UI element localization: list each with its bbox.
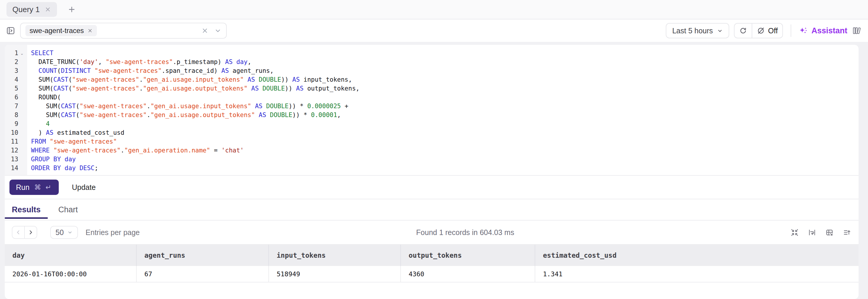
tab-query-1[interactable]: Query 1	[6, 2, 57, 17]
chevron-down-icon[interactable]	[214, 27, 221, 34]
code-text: COUNT(DISTINCT "swe-agent-traces".span_t…	[27, 66, 274, 75]
tab-label: Query 1	[12, 5, 40, 14]
table-cell: 2026-01-16T00:00:00	[5, 266, 137, 282]
table-arrow-icon	[826, 229, 833, 236]
code-text: GROUP BY day	[27, 155, 76, 164]
query-panel: 1⌄SELECT2 DATE_TRUNC('day', "swe-agent-t…	[5, 45, 859, 299]
line-number: 7	[5, 102, 27, 110]
column-header[interactable]: agent_runs	[137, 245, 269, 266]
code-line[interactable]: 1⌄SELECT	[5, 48, 859, 58]
code-line[interactable]: 7 SUM(CAST("swe-agent-traces"."gen_ai.us…	[5, 102, 859, 110]
entries-per-page-label: Entries per page	[86, 228, 140, 237]
code-text: ROUND(	[27, 93, 61, 102]
add-tab-button[interactable]	[68, 5, 76, 13]
source-chip[interactable]: swe-agent-traces	[25, 25, 97, 36]
tab-results[interactable]: Results	[5, 199, 48, 220]
line-number: 9	[5, 120, 27, 128]
result-tab-bar: Results Chart	[5, 199, 859, 220]
update-button[interactable]: Update	[72, 183, 96, 192]
line-number: 13	[5, 155, 27, 164]
code-text: ) AS estimated_cost_usd	[27, 128, 124, 137]
line-number: 1	[5, 48, 27, 58]
chevron-right-icon	[27, 229, 34, 236]
tab-chart-label: Chart	[58, 205, 78, 214]
code-line[interactable]: 4 SUM(CAST("swe-agent-traces"."gen_ai.us…	[5, 75, 859, 84]
library-books-icon	[852, 26, 861, 35]
table-row[interactable]: 2026-01-16T00:00:006751894943601.341	[5, 266, 859, 283]
refresh-icon	[739, 27, 747, 34]
code-line[interactable]: 11FROM "swe-agent-traces"	[5, 137, 859, 146]
line-number: 6	[5, 93, 27, 102]
source-select[interactable]: swe-agent-traces	[20, 23, 227, 39]
run-row: Run ⌘ ↵ Update	[5, 176, 859, 199]
refresh-button-group: Off	[734, 23, 783, 38]
table-body: 2026-01-16T00:00:006751894943601.341	[5, 266, 859, 283]
code-text: SUM(CAST("swe-agent-traces"."gen_ai.usag…	[27, 102, 348, 110]
code-text: SUM(CAST("swe-agent-traces"."gen_ai.usag…	[27, 75, 352, 84]
close-tab-icon[interactable]	[44, 6, 51, 13]
expand-table-button[interactable]	[826, 229, 833, 236]
code-line[interactable]: 2 DATE_TRUNC('day', "swe-agent-traces".p…	[5, 58, 859, 66]
clear-select-icon[interactable]	[202, 27, 209, 34]
code-line[interactable]: 8 SUM(CAST("swe-agent-traces"."gen_ai.us…	[5, 110, 859, 120]
assistant-button[interactable]: Assistant	[799, 26, 847, 35]
table-tools	[790, 229, 851, 236]
line-number: 10	[5, 128, 27, 137]
line-number: 4	[5, 75, 27, 84]
time-range-button[interactable]: Last 5 hours	[666, 23, 729, 38]
column-header[interactable]: estimated_cost_usd	[535, 245, 859, 266]
code-line[interactable]: 3 COUNT(DISTINCT "swe-agent-traces".span…	[5, 66, 859, 75]
code-text: SUM(CAST("swe-agent-traces"."gen_ai.usag…	[27, 110, 341, 120]
assistant-label: Assistant	[811, 26, 847, 35]
page-size-value: 50	[56, 228, 64, 237]
code-line[interactable]: 13GROUP BY day	[5, 155, 859, 164]
collapse-rows-button[interactable]	[790, 229, 799, 236]
run-shortcut: ⌘ ↵	[34, 184, 53, 191]
remove-source-icon[interactable]	[87, 28, 93, 33]
fold-chevron-icon[interactable]: ⌄	[20, 49, 24, 58]
code-line[interactable]: 6 ROUND(	[5, 93, 859, 102]
table-cell: 1.341	[535, 266, 859, 282]
source-chip-label: swe-agent-traces	[30, 27, 84, 35]
table-cell: 4360	[401, 266, 535, 282]
sparkles-icon	[799, 26, 808, 35]
plus-icon	[68, 5, 76, 13]
code-line[interactable]: 10 ) AS estimated_cost_usd	[5, 128, 859, 137]
auto-refresh-button[interactable]: Off	[752, 24, 783, 38]
line-number: 11	[5, 137, 27, 146]
table-cell: 67	[137, 266, 269, 282]
code-text: SUM(CAST("swe-agent-traces"."gen_ai.usag…	[27, 84, 360, 93]
column-header[interactable]: output_tokens	[401, 245, 535, 266]
run-button[interactable]: Run ⌘ ↵	[9, 179, 59, 195]
wrap-text-button[interactable]	[808, 229, 816, 236]
code-line[interactable]: 5 SUM(CAST("swe-agent-traces"."gen_ai.us…	[5, 84, 859, 93]
text-wrap-icon	[808, 229, 816, 236]
line-number: 14	[5, 164, 27, 172]
sql-editor[interactable]: 1⌄SELECT2 DATE_TRUNC('day', "swe-agent-t…	[5, 45, 859, 175]
code-text: 4	[27, 120, 50, 128]
prev-page-button[interactable]	[12, 227, 24, 238]
auto-refresh-label: Off	[768, 27, 778, 35]
chevron-down-icon	[67, 230, 73, 235]
line-number: 5	[5, 84, 27, 93]
code-line[interactable]: 14ORDER BY day DESC;	[5, 164, 859, 172]
code-line[interactable]: 12WHERE "swe-agent-traces"."gen_ai.opera…	[5, 146, 859, 155]
refresh-button[interactable]	[735, 24, 752, 38]
line-number: 3	[5, 66, 27, 75]
library-button[interactable]	[852, 26, 861, 35]
collapse-icon	[790, 229, 799, 236]
column-header[interactable]: day	[5, 245, 137, 266]
code-line[interactable]: 9 4	[5, 120, 859, 128]
tab-chart[interactable]: Chart	[51, 199, 85, 220]
toolbar: swe-agent-traces Last 5 hours	[0, 20, 868, 42]
next-page-button[interactable]	[25, 227, 37, 238]
column-header[interactable]: input_tokens	[269, 245, 401, 266]
page-size-select[interactable]: 50	[50, 226, 78, 239]
expand-panel-button[interactable]	[6, 26, 16, 35]
auto-refresh-off-icon	[757, 27, 765, 34]
code-text: ORDER BY day DESC;	[27, 164, 98, 172]
toolbar-divider	[790, 25, 791, 37]
sort-button[interactable]	[843, 229, 851, 236]
code-text: WHERE "swe-agent-traces"."gen_ai.operati…	[27, 146, 244, 155]
line-number: 8	[5, 110, 27, 120]
